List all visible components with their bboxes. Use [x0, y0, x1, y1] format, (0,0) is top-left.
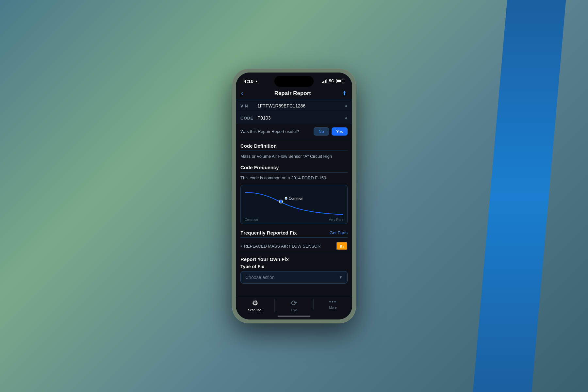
code-definition-section: Code Definition Mass or Volume Air Flow … [236, 139, 352, 161]
dynamic-island [274, 76, 314, 87]
signal-icon [322, 79, 327, 83]
scan-tool-icon: ⚙ [252, 299, 258, 307]
chart-axis-labels: Common Very Rare [245, 218, 343, 221]
yes-button[interactable]: Yes [332, 127, 348, 136]
tab-scan-tool[interactable]: ⚙ Scan Tool [236, 299, 274, 312]
vin-chevron-icon: ● [345, 103, 348, 108]
scan-tool-label: Scan Tool [248, 308, 262, 312]
code-definition-text: Mass or Volume Air Flow Sensor "A" Circu… [240, 154, 348, 159]
tab-more[interactable]: ••• More [313, 299, 352, 309]
more-icon: ••• [329, 299, 337, 305]
chart-dot-text: Common [289, 196, 303, 200]
vin-field-row[interactable]: VIN 1FTFW1R69EFC11286 ● [236, 100, 352, 112]
bullet-icon: • [240, 244, 242, 249]
main-content: VIN 1FTFW1R69EFC11286 ● CODE P0103 ● Was… [236, 100, 352, 303]
amazon-label: a [340, 243, 342, 249]
chart-dot-label: Common [283, 196, 305, 201]
useful-question: Was this Repair Report useful? [240, 129, 299, 134]
location-icon: ▲ [255, 79, 258, 83]
dropdown-arrow-icon: ▼ [339, 275, 343, 280]
fix-item-label: REPLACED MASS AIR FLOW SENSOR [244, 244, 321, 249]
time-display: 4:10 [244, 78, 253, 84]
chart-svg [245, 189, 343, 215]
frequency-chart: Common Common Very Rare [240, 185, 348, 224]
phone-screen: 4:10 ▲ 5G ‹ [236, 73, 352, 319]
code-frequency-title: Code Frequency [240, 165, 348, 172]
live-icon: ⟳ [291, 299, 297, 307]
chart-dot [279, 200, 283, 203]
vin-label: VIN [240, 104, 257, 108]
code-value: P0103 [257, 115, 345, 121]
no-button[interactable]: No [314, 127, 329, 136]
code-frequency-description: This code is common on a 2014 FORD F-150 [240, 175, 348, 181]
useful-buttons: No Yes [314, 127, 348, 136]
more-label: More [329, 306, 337, 309]
dropdown-placeholder: Choose action [245, 275, 275, 280]
fix-item-text: • REPLACED MASS AIR FLOW SENSOR [240, 244, 320, 249]
fix-title: Frequently Reported Fix [240, 230, 297, 236]
report-title: Report Your Own Fix [240, 256, 348, 262]
choose-action-dropdown[interactable]: Choose action ▼ [240, 271, 348, 284]
tab-live[interactable]: ⟳ Live [274, 299, 313, 312]
back-button[interactable]: ‹ [241, 90, 243, 97]
chart-label-right: Very Rare [329, 218, 343, 221]
battery-icon [336, 79, 344, 83]
status-time: 4:10 ▲ [244, 78, 258, 84]
code-definition-title: Code Definition [240, 143, 348, 151]
fix-item: • REPLACED MASS AIR FLOW SENSOR a › [240, 240, 348, 252]
share-button[interactable]: ⬆ [342, 90, 347, 97]
phone-case: 4:10 ▲ 5G ‹ [232, 69, 356, 323]
code-field-row[interactable]: CODE P0103 ● [236, 112, 352, 124]
amazon-button[interactable]: a › [336, 242, 348, 250]
amazon-chevron-icon: › [343, 244, 344, 249]
status-right-icons: 5G [322, 79, 344, 83]
type-of-fix-label: Type of Fix [240, 264, 348, 269]
home-indicator [278, 316, 310, 317]
code-chevron-icon: ● [345, 115, 348, 121]
fix-header: Frequently Reported Fix Get Parts [240, 230, 348, 238]
page-title: Repair Report [274, 90, 311, 97]
code-label: CODE [240, 116, 257, 121]
get-parts-button[interactable]: Get Parts [330, 230, 348, 235]
chart-label-left: Common [245, 218, 258, 221]
vin-value: 1FTFW1R69EFC11286 [257, 103, 345, 108]
frequently-reported-fix-section: Frequently Reported Fix Get Parts • REPL… [236, 227, 352, 253]
live-label: Live [291, 308, 297, 312]
network-label: 5G [329, 79, 334, 83]
useful-bar: Was this Repair Report useful? No Yes [236, 124, 352, 139]
nav-bar: ‹ Repair Report ⬆ [236, 87, 352, 100]
report-own-fix-section: Report Your Own Fix Type of Fix Choose a… [236, 253, 352, 285]
code-frequency-section: Code Frequency This code is common on a … [236, 161, 352, 182]
